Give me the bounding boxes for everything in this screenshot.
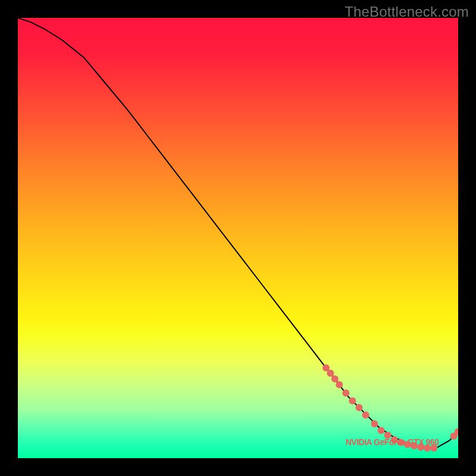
data-marker [397, 439, 405, 446]
data-marker [322, 364, 330, 371]
data-marker [384, 432, 392, 439]
data-marker [411, 442, 418, 449]
plot-area: NVIDIA GeForce GTX 960 [18, 18, 458, 458]
data-marker [327, 369, 334, 377]
data-marker [404, 441, 411, 448]
data-marker [362, 412, 369, 419]
data-marker [430, 444, 437, 452]
chart-frame: NVIDIA GeForce GTX 960 TheBottleneck.com [0, 0, 476, 476]
marker-layer [322, 364, 458, 452]
data-marker [417, 444, 424, 451]
data-marker [336, 381, 343, 388]
watermark-text: TheBottleneck.com [345, 4, 469, 20]
data-marker [356, 404, 363, 411]
data-marker [391, 436, 398, 443]
annotation-layer: NVIDIA GeForce GTX 960 [346, 437, 439, 447]
data-marker [371, 420, 378, 427]
data-marker [331, 375, 339, 383]
data-marker [450, 433, 458, 440]
line-series [18, 18, 458, 448]
data-marker [378, 427, 385, 434]
data-marker [349, 397, 356, 405]
data-marker [342, 390, 349, 397]
annotation-label: NVIDIA GeForce GTX 960 [346, 437, 439, 447]
chart-svg: NVIDIA GeForce GTX 960 [18, 18, 458, 458]
data-marker [455, 428, 458, 436]
data-marker [424, 444, 431, 452]
